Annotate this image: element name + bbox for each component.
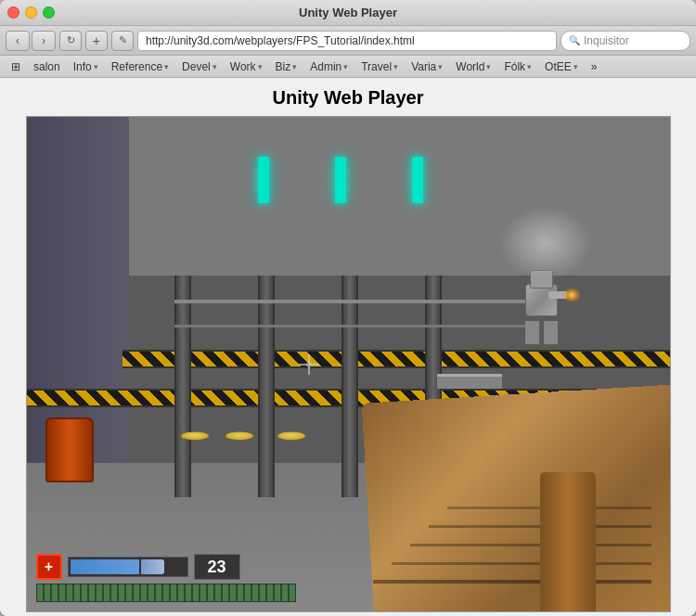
bookmark-label: Admin xyxy=(310,60,342,73)
smoke-effect xyxy=(499,206,592,280)
search-text: Inquisitor xyxy=(584,34,629,47)
bookmark-more[interactable]: » xyxy=(586,58,603,75)
minimize-button[interactable] xyxy=(25,6,37,19)
bookmark-label: Fólk xyxy=(504,60,525,73)
bookmark-label: Travel xyxy=(361,60,392,73)
bookmarks-bar: ⊞ salon Info ▾ Reference ▾ Devel ▾ Work … xyxy=(0,56,696,78)
railing-middle xyxy=(174,325,528,327)
bookmark-salon[interactable]: salon xyxy=(28,58,66,75)
new-tab-button[interactable]: + xyxy=(85,31,108,51)
pillar-2 xyxy=(258,276,275,498)
bookmark-label: Reference xyxy=(111,60,162,73)
bookmark-label: Varia xyxy=(411,60,436,73)
health-icon: + xyxy=(36,554,62,580)
close-button[interactable] xyxy=(7,6,19,19)
dropdown-arrow-icon: ▾ xyxy=(438,62,443,71)
bookmark-label: salon xyxy=(33,60,60,73)
bookmark-label: Info xyxy=(73,60,92,73)
cyan-light-1 xyxy=(258,157,269,203)
address-bar[interactable]: http://unity3d.com/webplayers/FPS_Tutori… xyxy=(137,31,557,51)
page-title: Unity Web Player xyxy=(272,78,423,116)
ammo-strip xyxy=(36,584,296,602)
muzzle-flash xyxy=(562,288,581,302)
title-bar: Unity Web Player xyxy=(0,0,696,26)
dropdown-arrow-icon: ▾ xyxy=(292,62,297,71)
bookmark-label: Biz xyxy=(276,60,291,73)
refresh-button[interactable]: ↻ xyxy=(59,31,82,51)
dropdown-arrow-icon: ▾ xyxy=(94,62,98,71)
window-title: Unity Web Player xyxy=(299,6,397,19)
bookmark-reader-icon[interactable]: ⊞ xyxy=(6,58,26,75)
dropdown-arrow-icon: ▾ xyxy=(574,62,578,71)
traffic-lights xyxy=(7,6,55,19)
bookmark-devel[interactable]: Devel ▾ xyxy=(176,58,223,75)
game-scene: + 23 xyxy=(27,117,670,611)
ammo-number: 23 xyxy=(207,558,226,577)
pickup-3 xyxy=(274,431,308,440)
dropdown-arrow-icon: ▾ xyxy=(486,62,491,71)
hud-health-row: + 23 xyxy=(36,554,296,580)
bookmark-label: World xyxy=(456,60,484,73)
pickup-2 xyxy=(223,431,257,440)
player-weapon xyxy=(317,333,670,611)
bookmark-label: OtEE xyxy=(545,60,572,73)
health-bar xyxy=(68,557,188,577)
url-text: http://unity3d.com/webplayers/FPS_Tutori… xyxy=(146,34,415,47)
bookmark-varia[interactable]: Varia ▾ xyxy=(406,58,448,75)
edit-button[interactable]: ✎ xyxy=(111,31,134,51)
bookmark-label: » xyxy=(591,60,598,73)
bookmark-world[interactable]: World ▾ xyxy=(450,58,496,75)
ammo-count: 23 xyxy=(194,554,240,580)
pillar-1 xyxy=(174,276,191,498)
barrel xyxy=(45,417,94,482)
health-bar-end xyxy=(141,559,164,574)
search-bar[interactable]: 🔍 Inquisitor xyxy=(561,31,690,51)
bookmark-label: Work xyxy=(230,60,256,73)
dropdown-arrow-icon: ▾ xyxy=(213,62,217,71)
railing-top xyxy=(174,300,528,303)
search-icon: 🔍 xyxy=(569,35,580,45)
bookmark-admin[interactable]: Admin ▾ xyxy=(304,58,354,75)
hud: + 23 xyxy=(36,554,296,602)
nav-bar: ‹ › ↻ + ✎ http://unity3d.com/webplayers/… xyxy=(0,26,696,56)
back-forward-group: ‹ › xyxy=(6,31,56,51)
bookmark-info[interactable]: Info ▾ xyxy=(68,58,104,75)
bookmark-label: Devel xyxy=(182,60,211,73)
health-plus: + xyxy=(45,558,53,575)
back-button[interactable]: ‹ xyxy=(6,31,30,51)
health-bar-fill xyxy=(71,559,139,574)
bookmark-biz[interactable]: Biz ▾ xyxy=(270,58,303,75)
page-content: Unity Web Player xyxy=(0,78,696,616)
cyan-light-2 xyxy=(335,157,346,203)
dropdown-arrow-icon: ▾ xyxy=(164,62,169,71)
reader-icon: ⊞ xyxy=(11,60,20,73)
game-viewport[interactable]: + 23 xyxy=(26,116,671,612)
forward-button[interactable]: › xyxy=(32,31,56,51)
bookmark-work[interactable]: Work ▾ xyxy=(225,58,268,75)
dropdown-arrow-icon: ▾ xyxy=(258,62,263,71)
bookmark-folk[interactable]: Fólk ▾ xyxy=(498,58,537,75)
dropdown-arrow-icon: ▾ xyxy=(393,62,398,71)
maximize-button[interactable] xyxy=(43,6,55,19)
dropdown-arrow-icon: ▾ xyxy=(343,62,348,71)
bookmark-reference[interactable]: Reference ▾ xyxy=(106,58,174,75)
dropdown-arrow-icon: ▾ xyxy=(527,62,532,71)
bookmark-travel[interactable]: Travel ▾ xyxy=(355,58,404,75)
browser-window: Unity Web Player ‹ › ↻ + ✎ http://unity3… xyxy=(0,0,696,616)
bookmark-otee[interactable]: OtEE ▾ xyxy=(539,58,584,75)
cyan-light-3 xyxy=(412,157,423,203)
